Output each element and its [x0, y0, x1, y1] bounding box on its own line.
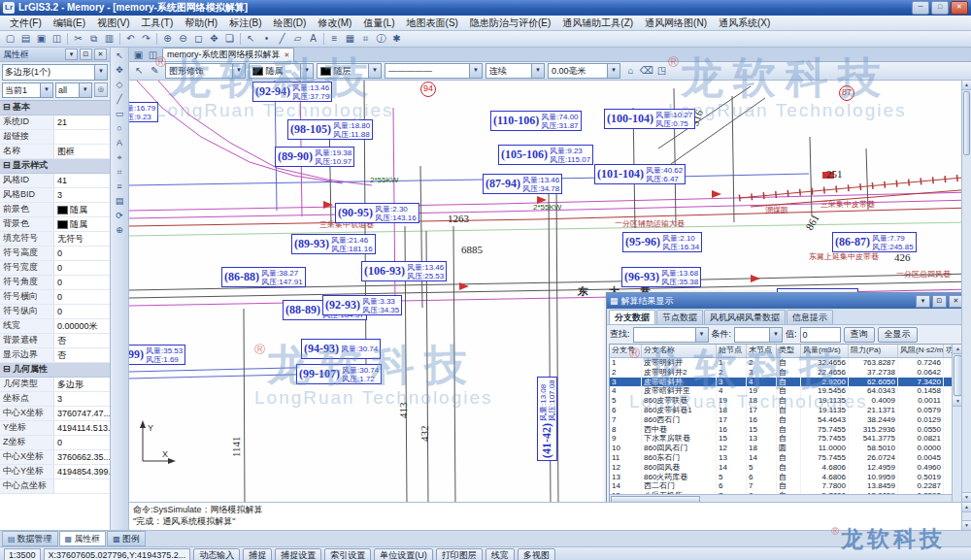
info-icon[interactable]: ⓘ: [374, 32, 388, 46]
menu-item[interactable]: 文件(F): [4, 16, 48, 31]
result-row[interactable]: 12860回风巷145自4.680612.49590.496058.4885: [610, 463, 952, 473]
select-arrow-icon[interactable]: ↖: [113, 49, 126, 62]
map-branch-label[interactable]: (41-42)风量:13.08风压:107.08: [537, 377, 557, 461]
map-branch-label[interactable]: (86-88)风量:38.27风压:147.91: [221, 267, 306, 287]
map-branch-label[interactable]: (98-105)风量:18.80风压:11.88: [287, 119, 373, 140]
scroll-down-icon[interactable]: ▼: [962, 520, 971, 530]
panel-tab-legend[interactable]: ▩图例: [107, 531, 146, 546]
show-all-button[interactable]: 全显示: [878, 327, 918, 343]
property-value[interactable]: 0: [54, 276, 110, 289]
node-edit-icon[interactable]: ◇: [113, 79, 126, 91]
snap-icon[interactable]: ⌖: [113, 151, 126, 164]
result-row[interactable]: 2皮带明斜井223自22.465637.27380.0642837.3777: [610, 368, 952, 378]
line-style-combo[interactable]: ————— ▼: [385, 63, 483, 79]
property-value[interactable]: 41: [54, 174, 110, 187]
close-button[interactable]: ✕: [951, 1, 968, 15]
select-icon[interactable]: ↖: [244, 32, 258, 46]
chevron-down-icon[interactable]: ▼: [469, 64, 482, 78]
menu-item[interactable]: 修改(M): [312, 16, 357, 31]
results-horizontal-scrollbar[interactable]: [610, 494, 952, 502]
line-type-combo[interactable]: 连续 ▼: [486, 63, 545, 79]
chevron-down-icon[interactable]: ▼: [531, 64, 544, 78]
property-value[interactable]: 多边形: [54, 378, 110, 391]
draw-polygon-icon[interactable]: ▱: [290, 32, 305, 46]
map-branch-label[interactable]: (95-96)风量:2.10风压:16.34: [622, 232, 702, 252]
copy-icon[interactable]: ⧉: [86, 32, 101, 46]
property-value[interactable]: 0: [54, 305, 110, 318]
result-row[interactable]: 3皮带暗斜井34自2.920062.60507.3420182.8068: [610, 378, 952, 387]
menu-item[interactable]: 通风系统(X): [713, 16, 776, 31]
settings-icon[interactable]: ✱: [389, 32, 404, 46]
results-tab[interactable]: 信息提示: [787, 310, 833, 324]
draw-text-icon[interactable]: A: [113, 137, 126, 149]
layers-icon[interactable]: ≡: [327, 32, 342, 46]
line-width-combo[interactable]: 0.00毫米 ▼: [548, 63, 620, 79]
property-value[interactable]: 随属: [54, 217, 110, 231]
result-row[interactable]: 6860皮带斜巷11817自19.113521.13710.0579404.03…: [610, 406, 952, 415]
map-branch-label[interactable]: (101-104)风量:40.62风压:6.47: [594, 164, 686, 184]
menu-item[interactable]: 编辑(E): [48, 16, 91, 31]
zoom-out-icon[interactable]: ⊖: [176, 32, 190, 46]
property-value[interactable]: 0: [54, 261, 110, 275]
tile-windows-icon[interactable]: ◫: [146, 49, 160, 61]
column-header[interactable]: 类型: [777, 345, 801, 357]
map-branch-label[interactable]: (87-94)风量:13.46风压:34.78: [483, 174, 562, 194]
map-node[interactable]: 87: [839, 85, 854, 101]
layer-icon[interactable]: ≡: [113, 181, 126, 193]
result-row[interactable]: 1皮带明斜井12自32.4656763.82870.724624798.1770: [610, 358, 952, 368]
panel-menu-icon[interactable]: ▾: [65, 49, 78, 60]
property-value[interactable]: 3: [54, 392, 110, 406]
map-branch-label[interactable]: (92-93)风量:3.33风压:34.35: [322, 295, 402, 315]
menu-item[interactable]: 值量(L): [357, 16, 400, 31]
chevron-down-icon[interactable]: ▼: [300, 64, 313, 78]
property-value[interactable]: [54, 130, 110, 144]
zoom-in-icon[interactable]: ⊕: [160, 32, 175, 46]
match-properties-icon[interactable]: ⌂: [623, 64, 638, 78]
save-icon[interactable]: ▣: [34, 32, 49, 46]
menu-item[interactable]: 帮助(H): [179, 16, 223, 31]
property-value[interactable]: 21: [54, 115, 110, 129]
background-color-combo[interactable]: 随层 ▼: [317, 63, 382, 79]
draw-point-icon[interactable]: •: [259, 32, 274, 46]
status-toggle[interactable]: 动态输入: [193, 548, 240, 560]
status-toggle[interactable]: 多视图: [518, 548, 555, 560]
cascade-windows-icon[interactable]: ▣: [131, 49, 146, 61]
result-row[interactable]: 9下水泵房联巷1513自75.7455541.37750.082141006.8…: [610, 434, 952, 444]
menu-item[interactable]: 通风网络图(N): [639, 16, 713, 31]
scroll-up-icon[interactable]: ▲: [962, 503, 971, 512]
draw-line-icon[interactable]: ╱: [113, 93, 126, 106]
draw-line-icon[interactable]: ╱: [275, 32, 289, 46]
tab-close-icon[interactable]: ✕: [285, 51, 290, 59]
results-tab[interactable]: 节点数据: [656, 310, 703, 324]
column-header[interactable]: 末节点: [747, 345, 777, 357]
paste-icon[interactable]: ▥: [102, 32, 117, 46]
status-toggle[interactable]: 打印图层: [436, 548, 483, 560]
property-value[interactable]: 3: [54, 188, 110, 202]
menu-item[interactable]: 隐患防治与评价(E): [464, 16, 556, 31]
panel-pin-icon[interactable]: ⊡: [80, 49, 92, 60]
filter-combo[interactable]: all ▼: [55, 82, 92, 98]
menu-item[interactable]: 标注(B): [223, 16, 267, 31]
property-value[interactable]: [54, 479, 110, 493]
search-icon[interactable]: ◎: [94, 82, 108, 97]
chevron-down-icon[interactable]: ▼: [79, 83, 91, 97]
scroll-down-icon[interactable]: ▼: [962, 492, 971, 502]
result-row[interactable]: 13860火药库巷56自4.680610.99590.501951.4672: [610, 473, 952, 482]
column-header[interactable]: 风量(m3/s): [801, 345, 849, 357]
results-tab[interactable]: 风机风硐风量数据: [704, 310, 786, 324]
find-field-combo[interactable]: ▼: [633, 327, 709, 343]
modify-combo[interactable]: 图形修饰 ▼: [165, 63, 246, 79]
chevron-down-icon[interactable]: ▼: [769, 328, 782, 342]
open-icon[interactable]: ▤: [18, 32, 33, 46]
refresh-icon[interactable]: ⟳: [113, 210, 126, 222]
map-branch-label[interactable]: (86-87)风量:7.79风压:245.85: [832, 232, 917, 252]
chevron-down-icon[interactable]: ▼: [40, 83, 52, 97]
map-vertical-scrollbar[interactable]: ▲ ▼: [961, 81, 971, 502]
legend-icon[interactable]: ▤: [113, 195, 126, 208]
map-branch-label[interactable]: (105-106)风量:9.23风压:115.07: [498, 145, 593, 165]
text-icon[interactable]: A: [306, 32, 320, 46]
result-row[interactable]: 11860东石门1314自75.745526.07240.00451974.86…: [610, 453, 952, 463]
edit-icon[interactable]: ✎: [148, 64, 162, 78]
cut-icon[interactable]: ✂: [71, 32, 85, 46]
property-value[interactable]: 3760662.35...: [54, 450, 110, 464]
